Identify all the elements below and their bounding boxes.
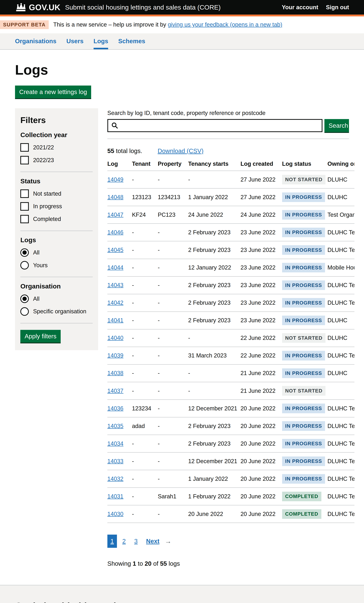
nav-item-logs[interactable]: Logs bbox=[94, 38, 108, 49]
log-link-14042[interactable]: 14042 bbox=[107, 300, 123, 306]
cell-tenant: - bbox=[132, 505, 158, 523]
status-badge: IN PROGRESS bbox=[282, 474, 325, 484]
log-link-14040[interactable]: 14040 bbox=[107, 335, 123, 341]
search-button[interactable]: Search bbox=[324, 119, 349, 132]
cell-owning-organisation: DLUHC bbox=[328, 171, 354, 188]
log-link-14030[interactable]: 14030 bbox=[107, 511, 123, 517]
log-link-14041[interactable]: 14041 bbox=[107, 317, 123, 324]
cell-log-status: IN PROGRESS bbox=[282, 277, 328, 294]
govuk-logo[interactable]: GOV.UK bbox=[15, 3, 60, 12]
log-link-14048[interactable]: 14048 bbox=[107, 194, 123, 200]
checkbox-option-completed[interactable]: Completed bbox=[20, 215, 93, 223]
cell-property: PC123 bbox=[158, 206, 188, 223]
cell-log: 14037 bbox=[107, 382, 132, 400]
cell-owning-organisation: DLUHC Tes bbox=[328, 470, 354, 487]
log-link-14038[interactable]: 14038 bbox=[107, 370, 123, 376]
page-link-2[interactable]: 2 bbox=[119, 535, 129, 548]
checkbox-control[interactable] bbox=[20, 202, 29, 211]
cell-property: 1234213 bbox=[158, 188, 188, 206]
table-row: 14044--12 January 202223 June 2022IN PRO… bbox=[107, 259, 354, 277]
page-link-1[interactable]: 1 bbox=[107, 535, 117, 548]
cell-log: 14033 bbox=[107, 452, 132, 470]
cell-log-status: NOT STARTED bbox=[282, 171, 328, 188]
checkbox-control[interactable] bbox=[20, 215, 29, 223]
radio-option-specific-organisation[interactable]: Specific organisation bbox=[20, 307, 93, 316]
log-link-14035[interactable]: 14035 bbox=[107, 423, 123, 429]
create-lettings-log-button[interactable]: Create a new lettings log bbox=[15, 86, 91, 98]
beta-tag: SUPPORT BETA bbox=[0, 20, 49, 29]
log-link-14049[interactable]: 14049 bbox=[107, 176, 123, 183]
log-link-14037[interactable]: 14037 bbox=[107, 388, 123, 394]
log-link-14045[interactable]: 14045 bbox=[107, 247, 123, 253]
checkbox-control[interactable] bbox=[20, 156, 29, 164]
cell-owning-organisation: DLUHC Tes bbox=[328, 294, 354, 312]
cell-property: - bbox=[158, 470, 188, 487]
log-link-14032[interactable]: 14032 bbox=[107, 475, 123, 482]
log-link-14031[interactable]: 14031 bbox=[107, 493, 123, 499]
next-arrow-icon[interactable]: → bbox=[165, 537, 171, 545]
feedback-link[interactable]: giving us your feedback (opens in a new … bbox=[168, 21, 282, 28]
cell-log-created: 20 June 2022 bbox=[241, 487, 282, 505]
checkbox-option-2022-23[interactable]: 2022/23 bbox=[20, 156, 93, 164]
checkbox-option-2021-22[interactable]: 2021/22 bbox=[20, 143, 93, 152]
cell-property: - bbox=[158, 312, 188, 329]
option-label: Not started bbox=[33, 190, 61, 197]
page-title: Logs bbox=[15, 62, 349, 78]
table-row: 14030--20 June 202220 June 2022COMPLETED… bbox=[107, 505, 354, 523]
status-badge: IN PROGRESS bbox=[282, 192, 325, 202]
checkbox-control[interactable] bbox=[20, 189, 29, 198]
cell-log: 14044 bbox=[107, 259, 132, 277]
apply-filters-button[interactable]: Apply filters bbox=[20, 330, 61, 343]
checkbox-control[interactable] bbox=[20, 143, 29, 152]
cell-log-status: IN PROGRESS bbox=[282, 241, 328, 259]
cell-owning-organisation: Test Organ bbox=[328, 206, 354, 223]
log-link-14044[interactable]: 14044 bbox=[107, 264, 123, 271]
search-input[interactable] bbox=[118, 120, 322, 131]
page-link-3[interactable]: 3 bbox=[131, 535, 141, 548]
log-link-14046[interactable]: 14046 bbox=[107, 229, 123, 235]
radio-control[interactable] bbox=[20, 261, 29, 269]
download-csv-link[interactable]: Download (CSV) bbox=[158, 147, 203, 154]
showing-part: to bbox=[136, 560, 144, 567]
cell-tenancy-starts: 31 March 2023 bbox=[188, 347, 241, 364]
nav-item-users[interactable]: Users bbox=[66, 38, 83, 49]
radio-control[interactable] bbox=[20, 294, 29, 303]
col-header-owning-organisation: Owning organisation bbox=[328, 155, 354, 171]
table-row: 14032--1 January 202220 June 2022IN PROG… bbox=[107, 470, 354, 487]
radio-option-all[interactable]: All bbox=[20, 248, 93, 257]
checkbox-option-not-started[interactable]: Not started bbox=[20, 189, 93, 198]
cell-property: Sarah1 bbox=[158, 487, 188, 505]
col-header-log: Log bbox=[107, 155, 132, 171]
logs-table-wrapper: LogTenantPropertyTenancy startsLog creat… bbox=[107, 155, 354, 523]
cell-tenancy-starts: - bbox=[188, 382, 241, 400]
radio-control[interactable] bbox=[20, 248, 29, 257]
crown-icon bbox=[15, 3, 26, 12]
option-label: Specific organisation bbox=[33, 308, 86, 315]
status-badge: IN PROGRESS bbox=[282, 456, 325, 466]
radio-option-all[interactable]: All bbox=[20, 294, 93, 303]
header-link-sign-out[interactable]: Sign out bbox=[326, 4, 349, 11]
checkbox-option-in-progress[interactable]: In progress bbox=[20, 202, 93, 211]
radio-option-yours[interactable]: Yours bbox=[20, 261, 93, 269]
cell-owning-organisation: DLUHC Tes bbox=[328, 505, 354, 523]
total-logs-label: total logs. bbox=[114, 147, 142, 154]
cell-property: - bbox=[158, 382, 188, 400]
log-link-14043[interactable]: 14043 bbox=[107, 282, 123, 288]
service-name[interactable]: Submit social housing lettings and sales… bbox=[65, 4, 221, 11]
nav-item-schemes[interactable]: Schemes bbox=[118, 38, 145, 49]
log-link-14036[interactable]: 14036 bbox=[107, 405, 123, 412]
radio-control[interactable] bbox=[20, 307, 29, 316]
showing-part: of bbox=[152, 560, 160, 567]
log-link-14039[interactable]: 14039 bbox=[107, 352, 123, 359]
cell-log-status: IN PROGRESS bbox=[282, 206, 328, 223]
nav-item-organisations[interactable]: Organisations bbox=[15, 38, 56, 49]
log-link-14034[interactable]: 14034 bbox=[107, 441, 123, 447]
option-label: All bbox=[33, 296, 39, 302]
log-link-14033[interactable]: 14033 bbox=[107, 458, 123, 464]
log-link-14047[interactable]: 14047 bbox=[107, 212, 123, 218]
cell-tenancy-starts: 24 June 2022 bbox=[188, 206, 241, 223]
cell-log-created: 23 June 2022 bbox=[241, 223, 282, 241]
cell-property: - bbox=[158, 347, 188, 364]
header-link-your-account[interactable]: Your account bbox=[282, 4, 318, 11]
next-page-link[interactable]: Next bbox=[143, 535, 163, 548]
